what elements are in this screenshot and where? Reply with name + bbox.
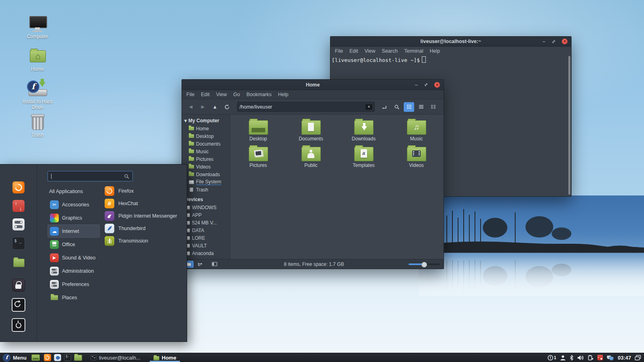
notifications-icon[interactable]: 1 — [547, 355, 556, 361]
desktop-icon-home[interactable]: ⌂ Home — [18, 48, 57, 72]
thunderbird-launcher-icon[interactable] — [54, 354, 61, 361]
favorite-firefox-icon[interactable] — [12, 181, 25, 193]
clear-location-icon[interactable]: × — [365, 104, 372, 110]
app-pidgin[interactable]: Pidgin Internet Messenger — [105, 210, 184, 222]
sidebar-device-app[interactable]: APP — [182, 211, 230, 219]
sidebar-device-lore[interactable]: LORE — [182, 234, 230, 242]
app-transmission[interactable]: Transmission — [105, 234, 184, 247]
zoom-slider[interactable] — [409, 263, 440, 265]
sidebar-item-downloads[interactable]: Downloads — [182, 171, 230, 178]
category-accessories[interactable]: ✂Accessories — [47, 198, 100, 211]
menu-view[interactable]: View — [216, 92, 227, 97]
desktop-icon-computer[interactable]: Computer — [18, 15, 57, 39]
sidebar-item-home[interactable]: Home — [182, 125, 230, 132]
menu-edit[interactable]: Edit — [349, 48, 358, 54]
folder-item-music[interactable]: ♫ Music — [390, 120, 443, 147]
menu-terminal[interactable]: Terminal — [404, 48, 423, 54]
category-sound-video[interactable]: ▶Sound & Video — [47, 251, 100, 264]
volume-icon[interactable] — [577, 355, 584, 361]
sidebar-item-pictures[interactable]: Pictures — [182, 155, 230, 163]
menu-search-box[interactable] — [47, 171, 133, 181]
terminal-titlebar[interactable]: liveuser@localhost-live:~ – × — [330, 37, 571, 47]
folder-item-pictures[interactable]: Pictures — [232, 147, 285, 173]
sidebar-device-windows[interactable]: WINDOWS — [182, 204, 230, 211]
menu-file[interactable]: File — [186, 92, 194, 97]
bluetooth-icon[interactable] — [570, 355, 574, 361]
compact-view-button[interactable] — [428, 102, 438, 112]
favorite-files-icon[interactable] — [12, 256, 25, 268]
removable-media-icon[interactable] — [588, 355, 594, 361]
up-button[interactable]: ▲ — [210, 102, 220, 112]
folder-item-templates[interactable]: a Templates — [337, 147, 390, 173]
files-launcher-icon[interactable] — [74, 354, 81, 361]
terminal-launcher-icon[interactable]: $- — [64, 354, 71, 361]
updates-notifier-icon[interactable] — [597, 355, 603, 360]
show-treeview-button[interactable] — [195, 261, 205, 268]
zoom-slider-knob[interactable] — [421, 262, 427, 267]
category-graphics[interactable]: Graphics — [47, 211, 100, 224]
menu-help[interactable]: Help — [429, 48, 440, 54]
shutdown-button[interactable] — [12, 318, 25, 332]
category-office[interactable]: Office — [47, 238, 100, 251]
category-preferences[interactable]: Preferences — [47, 278, 100, 291]
app-thunderbird[interactable]: Thunderbird — [105, 222, 184, 234]
folder-view[interactable]: Desktop Documents Downloads ♫ Music Pict… — [230, 115, 444, 259]
app-hexchat[interactable]: #HexChat — [105, 197, 184, 210]
favorite-system-settings-icon[interactable] — [12, 218, 25, 230]
category-internet[interactable]: ☁Internet — [47, 224, 100, 238]
network-icon[interactable] — [607, 355, 614, 361]
sidebar-item-trash[interactable]: Trash — [182, 186, 230, 193]
maximize-button[interactable] — [551, 39, 556, 44]
sidebar-device-vault[interactable]: VAULT — [182, 242, 230, 249]
terminal-content[interactable]: [liveuser@localhost-live ~]$ — [330, 55, 571, 64]
search-button[interactable] — [392, 102, 402, 112]
icon-view-button[interactable] — [404, 102, 414, 112]
taskbar-window-terminal[interactable]: liveuser@localh... — [87, 353, 144, 362]
search-input[interactable] — [48, 171, 132, 181]
category-administration[interactable]: Administration — [47, 264, 100, 278]
menu-button[interactable]: f Menu — [3, 354, 27, 362]
taskbar-window-home[interactable]: Home — [150, 353, 180, 362]
toggle-sidebar-button[interactable] — [210, 261, 219, 268]
category-places[interactable]: Places — [47, 291, 100, 304]
desktop-icon-install[interactable]: f Install to Hard Drive — [18, 80, 57, 110]
folder-item-downloads[interactable]: Downloads — [337, 120, 390, 147]
app-firefox[interactable]: Firefox — [105, 185, 184, 197]
forward-button[interactable]: ▶ — [198, 102, 208, 112]
menu-go[interactable]: Go — [233, 92, 240, 97]
maximize-button[interactable] — [424, 82, 428, 87]
desktop-icon-trash[interactable]: Trash — [18, 114, 57, 138]
sidebar-device-524mb[interactable]: 524 MB V... — [182, 219, 230, 226]
sidebar-item-music[interactable]: Music — [182, 148, 230, 155]
file-manager-titlebar[interactable]: Home – × — [182, 80, 444, 90]
refresh-button[interactable] — [222, 102, 232, 112]
menu-view[interactable]: View — [365, 48, 376, 54]
list-view-button[interactable] — [416, 102, 426, 112]
menu-file[interactable]: File — [335, 48, 343, 54]
category-all-applications[interactable]: All Applications — [47, 185, 100, 198]
window-list-icon[interactable] — [635, 355, 641, 360]
terminal-scrollbar[interactable] — [568, 56, 570, 195]
sidebar-section-my-computer[interactable]: ▾ My Computer — [182, 116, 230, 125]
sidebar-device-anaconda[interactable]: Anaconda — [182, 249, 230, 257]
folder-item-public[interactable]: Public — [285, 147, 337, 173]
sidebar-item-file-system[interactable]: File System — [182, 178, 230, 186]
sidebar-item-documents[interactable]: Documents — [182, 140, 230, 148]
expander-icon[interactable]: ▾ — [184, 118, 187, 123]
menu-bookmarks[interactable]: Bookmarks — [246, 92, 272, 97]
menu-edit[interactable]: Edit — [201, 92, 210, 97]
sidebar-item-videos[interactable]: Videos — [182, 163, 230, 171]
favorite-software-updates-icon[interactable]: ↑↓ — [12, 200, 25, 212]
user-applet-icon[interactable] — [560, 355, 566, 361]
menu-search[interactable]: Search — [382, 48, 398, 54]
sidebar-item-desktop[interactable]: Desktop — [182, 132, 230, 140]
folder-item-documents[interactable]: Documents — [285, 120, 337, 147]
panel-clock[interactable]: 03:47 — [618, 355, 631, 361]
minimize-button[interactable]: – — [543, 39, 545, 43]
close-button[interactable]: × — [434, 82, 440, 88]
toggle-location-entry-button[interactable] — [380, 102, 390, 112]
show-desktop-button[interactable] — [31, 354, 40, 361]
location-bar[interactable]: /home/liveuser × — [237, 102, 375, 112]
firefox-launcher-icon[interactable] — [44, 354, 51, 361]
folder-item-desktop[interactable]: Desktop — [232, 120, 285, 147]
